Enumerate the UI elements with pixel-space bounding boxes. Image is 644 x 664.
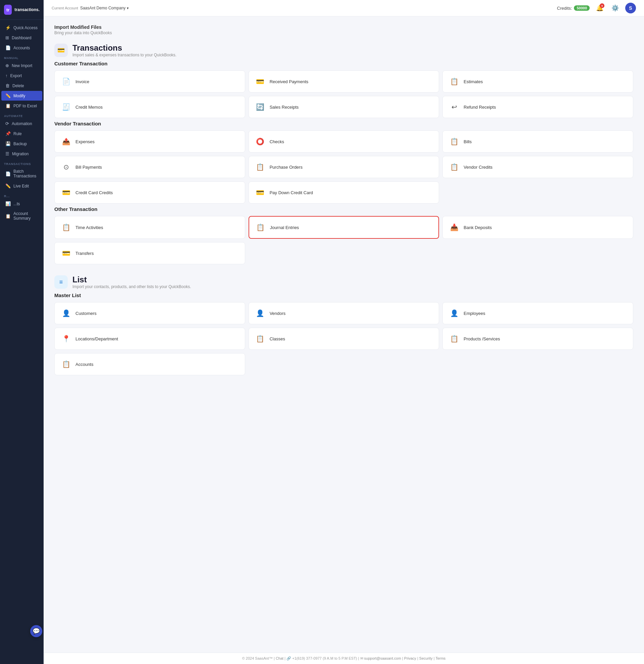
card-customers[interactable]: 👤 Customers [54,302,245,324]
products-services-icon: 📋 [449,333,459,344]
account-selector[interactable]: SaasAnt Demo Company ▾ [80,6,129,11]
chat-bubble-button[interactable]: 💬 [30,625,42,637]
app-logo: tr transactions. [0,0,44,20]
account-summary-icon: 📋 [5,214,11,219]
card-checks[interactable]: ⭕ Checks [249,130,439,152]
sidebar-item-quick-access[interactable]: ⚡ Quick Access [1,23,42,33]
invoice-label: Invoice [76,79,89,84]
footer: © 2024 SaasAnt™ | Chat | 🔗 +1(619) 377-0… [44,652,644,664]
estimates-label: Estimates [463,79,483,84]
pay-down-credit-card-label: Pay Down Credit Card [270,190,313,195]
card-bank-deposits[interactable]: 📥 Bank Deposits [442,216,633,239]
received-payments-icon: 💳 [255,76,266,87]
purchase-orders-label: Purchase Orders [270,165,303,170]
sidebar-label-export: Export [11,74,22,78]
card-employees[interactable]: 👤 Employees [442,302,633,324]
vendor-credits-icon: 📋 [449,162,459,172]
card-sales-receipts[interactable]: 🔄 Sales Receipts [249,96,439,118]
pdf-icon: 📋 [5,103,11,108]
notification-button[interactable]: 🔔 9 [594,3,605,14]
card-accounts-list[interactable]: 📋 Accounts [54,353,245,375]
content-area: Import Modified Files Bring your data in… [44,17,644,652]
page-title: Import Modified Files [54,24,633,30]
card-bill-payments[interactable]: ⊙ Bill Payments [54,156,245,178]
credits-display: Credits: 50000 [557,5,590,11]
journal-entries-label: Journal Entries [270,225,299,230]
logo-icon: tr [4,5,12,15]
sidebar-item-accounts[interactable]: 📄 Accounts [1,43,42,53]
sidebar-item-automation[interactable]: ⟳ Automation [1,119,42,128]
notification-badge: 9 [600,3,604,8]
page-subtitle: Bring your data into QuickBooks [54,30,633,35]
sidebar-item-new-import[interactable]: ⊕ New Import [1,61,42,70]
sidebar-item-live-edit[interactable]: ✏️ Live Edit [1,181,42,191]
delete-icon: 🗑 [5,83,10,88]
sidebar-item-migration[interactable]: ☰ Migration [1,149,42,159]
sidebar-label-rule: Rule [14,131,22,136]
sidebar-item-account-summary[interactable]: 📋 Account Summary [1,209,42,223]
sales-receipts-icon: 🔄 [255,102,266,112]
footer-security-link[interactable]: Security [419,656,433,660]
card-time-activities[interactable]: 📋 Time Activities [54,216,245,239]
modify-icon: ✏️ [5,93,11,98]
card-vendors[interactable]: 👤 Vendors [249,302,439,324]
list-icon: ≡ [59,279,63,286]
card-locations-department[interactable]: 📍 Locations/Department [54,328,245,350]
accounts-list-label: Accounts [76,362,93,367]
card-credit-card-credits[interactable]: 💳 Credit Card Credits [54,182,245,204]
app-name: transactions. [15,7,40,12]
main-content: Current Account SaasAnt Demo Company ▾ C… [44,0,644,664]
export-icon: ↑ [5,73,8,78]
backup-icon: 💾 [5,141,11,146]
section-automate: AUTOMATE [0,111,44,118]
footer-terms-link[interactable]: Terms [435,656,445,660]
refund-receipts-icon: ↩ [449,102,459,112]
sidebar-item-backup[interactable]: 💾 Backup [1,139,42,149]
transactions-desc: Import sales & expenses transactions to … [72,53,176,57]
card-pay-down-credit-card[interactable]: 💳 Pay Down Credit Card [249,182,439,204]
topbar: Current Account SaasAnt Demo Company ▾ C… [44,0,644,17]
card-expenses[interactable]: 📤 Expenses [54,130,245,152]
sidebar-item-rule[interactable]: 📌 Rule [1,129,42,139]
user-avatar-button[interactable]: S [625,3,636,14]
card-vendor-credits[interactable]: 📋 Vendor Credits [442,156,633,178]
section-r: R... [0,191,44,199]
sidebar-item-reports[interactable]: 📊 ...ts [1,199,42,209]
card-classes[interactable]: 📋 Classes [249,328,439,350]
card-estimates[interactable]: 📋 Estimates [442,70,633,92]
footer-privacy-link[interactable]: Privacy [404,656,416,660]
chevron-down-icon: ▾ [127,6,129,11]
list-desc: Import your contacts, products, and othe… [72,284,191,289]
card-products-services[interactable]: 📋 Products /Services [442,328,633,350]
card-journal-entries[interactable]: 📋 Journal Entries [249,216,439,239]
card-refund-receipts[interactable]: ↩ Refund Receipts [442,96,633,118]
sidebar-label-modify: Modify [14,94,25,98]
classes-label: Classes [270,336,285,341]
master-list-label: Master List [54,292,633,298]
transactions-section-header: 💳 Transactions Import sales & expenses t… [54,43,633,57]
settings-button[interactable]: ⚙️ [610,3,621,14]
sidebar-item-modify[interactable]: ✏️ Modify [1,91,42,101]
card-received-payments[interactable]: 💳 Received Payments [249,70,439,92]
footer-chat-link[interactable]: Chat [276,656,284,660]
bill-payments-icon: ⊙ [61,162,71,172]
sidebar-label-batch: Batch Transactions [14,169,38,179]
card-bills[interactable]: 📋 Bills [442,130,633,152]
sidebar-item-pdf-to-excel[interactable]: 📋 PDF to Excel [1,101,42,111]
rule-icon: 📌 [5,131,11,136]
sidebar-item-dashboard[interactable]: ⊞ Dashboard [1,33,42,43]
transactions-icon: 💳 [57,47,65,54]
footer-email-link[interactable]: support@saasant.com [364,656,401,660]
sidebar-item-export[interactable]: ↑ Export [1,71,42,81]
sales-receipts-label: Sales Receipts [270,105,299,110]
card-transfers[interactable]: 💳 Transfers [54,242,245,264]
bills-icon: 📋 [449,136,459,147]
card-purchase-orders[interactable]: 📋 Purchase Orders [249,156,439,178]
card-invoice[interactable]: 📄 Invoice [54,70,245,92]
footer-phone: +1(619) 377-0977 (9 A.M to 5 P.M EST) [292,656,357,660]
sidebar-label-quick-access: Quick Access [14,25,38,30]
sidebar-item-batch-transactions[interactable]: 📄 Batch Transactions [1,167,42,181]
card-credit-memos[interactable]: 🧾 Credit Memos [54,96,245,118]
sidebar-item-delete[interactable]: 🗑 Delete [1,81,42,90]
products-services-label: Products /Services [463,336,500,341]
